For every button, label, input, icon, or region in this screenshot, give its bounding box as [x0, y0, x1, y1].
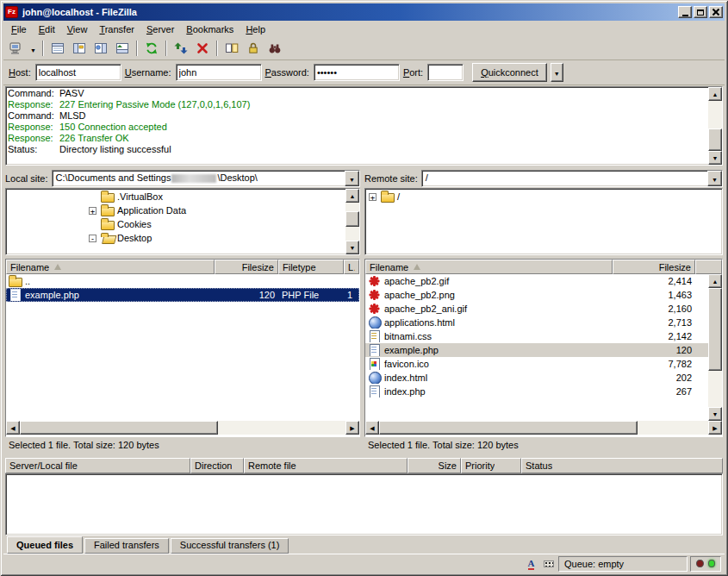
- cancel-button[interactable]: [192, 39, 213, 58]
- tab-failed-transfers[interactable]: Failed transfers: [84, 538, 169, 554]
- remote-list-horizontal-scrollbar[interactable]: [365, 421, 722, 435]
- scroll-right-icon[interactable]: [345, 421, 359, 435]
- expander-icon[interactable]: -: [89, 235, 96, 242]
- scroll-right-icon[interactable]: [708, 421, 722, 435]
- refresh-button[interactable]: [141, 39, 162, 58]
- file-row[interactable]: apache_pb2_ani.gif2,160: [365, 302, 708, 316]
- local-list-horizontal-scrollbar[interactable]: [6, 421, 359, 435]
- scroll-down-icon[interactable]: [708, 407, 722, 421]
- filezilla-icon[interactable]: [5, 6, 18, 18]
- file-row[interactable]: ..: [6, 274, 359, 288]
- column-header-filename[interactable]: Filename: [6, 260, 215, 274]
- scroll-up-icon[interactable]: [708, 274, 722, 288]
- remote-list-body: apache_pb2.gif2,414 apache_pb2.png1,463 …: [365, 274, 708, 421]
- site-manager-button[interactable]: [6, 39, 27, 58]
- quickconnect-button[interactable]: Quickconnect: [472, 63, 547, 82]
- menu-transfer[interactable]: Transfer: [93, 22, 140, 36]
- maximize-button[interactable]: [694, 6, 707, 18]
- tab-successful-transfers[interactable]: Successful transfers (1): [171, 538, 289, 554]
- find-files-button[interactable]: [264, 39, 285, 58]
- remote-site-combo[interactable]: /: [421, 170, 723, 187]
- scrollbar-thumb[interactable]: [379, 421, 638, 435]
- remote-site-dropdown-button[interactable]: [707, 171, 722, 186]
- column-header-last-modified[interactable]: Last modified: [344, 260, 359, 274]
- menu-view[interactable]: View: [61, 22, 94, 36]
- scroll-left-icon[interactable]: [365, 421, 379, 435]
- scrollbar-thumb[interactable]: [708, 128, 722, 151]
- file-row[interactable]: apache_pb2.png1,463: [365, 288, 708, 302]
- tab-queued-files[interactable]: Queued files: [7, 536, 83, 554]
- column-header-status[interactable]: Status: [521, 458, 723, 473]
- ascii-transfer-type-icon[interactable]: [524, 557, 538, 571]
- toggle-message-log-button[interactable]: [47, 39, 68, 58]
- directory-comparison-button[interactable]: [221, 39, 242, 58]
- keypad-indicator-icon[interactable]: [541, 557, 556, 571]
- log-vertical-scrollbar[interactable]: [708, 87, 722, 165]
- minimize-button[interactable]: [678, 6, 692, 18]
- synchronized-browsing-button[interactable]: [243, 39, 264, 58]
- quickconnect-dropdown-button[interactable]: [551, 63, 563, 82]
- password-input[interactable]: [314, 64, 400, 81]
- scroll-down-icon[interactable]: [708, 151, 722, 165]
- local-site-combo[interactable]: C:\Documents and Settings\Desktop\: [52, 170, 360, 187]
- file-row[interactable]: bitnami.css2,142: [365, 329, 708, 343]
- column-header-direction[interactable]: Direction: [190, 458, 244, 473]
- folder-icon: [100, 218, 115, 230]
- file-row[interactable]: apache_pb2.gif2,414: [365, 274, 708, 288]
- file-row[interactable]: index.html202: [365, 371, 708, 385]
- php-file-icon: [8, 289, 22, 301]
- column-header-remote-file[interactable]: Remote file: [244, 458, 408, 473]
- scrollbar-thumb[interactable]: [20, 421, 218, 435]
- toggle-local-tree-button[interactable]: [69, 39, 90, 58]
- menu-bookmarks[interactable]: Bookmarks: [180, 22, 240, 36]
- scrollbar-thumb[interactable]: [345, 211, 359, 227]
- file-row-selected[interactable]: example.php120: [365, 343, 708, 357]
- tree-item[interactable]: Cookies: [6, 217, 345, 231]
- menu-file[interactable]: File: [5, 22, 33, 36]
- file-row[interactable]: favicon.ico7,782: [365, 357, 708, 371]
- chevron-down-icon: [554, 67, 560, 78]
- file-row[interactable]: index.php267: [365, 385, 708, 398]
- expander-icon[interactable]: +: [89, 207, 96, 215]
- local-site-dropdown-button[interactable]: [345, 171, 359, 186]
- scroll-left-icon[interactable]: [6, 421, 20, 435]
- menu-server[interactable]: Server: [140, 22, 180, 36]
- local-tree-scrollbar[interactable]: [345, 189, 359, 254]
- file-row-selected[interactable]: example.php 120 PHP File 1: [6, 288, 359, 302]
- toggle-transfer-queue-button[interactable]: [112, 39, 133, 58]
- close-button[interactable]: [709, 6, 723, 18]
- column-header-priority[interactable]: Priority: [461, 458, 521, 473]
- tree-item[interactable]: .VirtualBox: [6, 190, 345, 203]
- tree-item[interactable]: -Desktop: [6, 231, 345, 245]
- php-file-icon: [367, 344, 382, 356]
- site-manager-dropdown-button[interactable]: [28, 39, 39, 58]
- keypad-icon: [544, 560, 554, 567]
- remote-site-path: /: [422, 171, 707, 186]
- menubar: File Edit View Transfer Server Bookmarks…: [3, 21, 725, 37]
- column-header-filetype[interactable]: Filetype: [278, 260, 344, 274]
- titlebar[interactable]: john@localhost - FileZilla: [3, 3, 725, 21]
- remote-list-vertical-scrollbar[interactable]: [708, 274, 722, 421]
- minimize-icon: [682, 15, 688, 16]
- scroll-up-icon[interactable]: [345, 189, 359, 203]
- column-header-filesize[interactable]: Filesize: [613, 260, 695, 274]
- column-header-filesize[interactable]: Filesize: [215, 260, 278, 274]
- host-input[interactable]: [35, 64, 121, 81]
- toggle-remote-tree-button[interactable]: [90, 39, 111, 58]
- expander-icon[interactable]: +: [369, 193, 376, 201]
- scrollbar-thumb[interactable]: [708, 288, 722, 371]
- column-header-filename[interactable]: Filename: [365, 260, 613, 274]
- menu-edit[interactable]: Edit: [33, 22, 61, 36]
- column-header-server-local-file[interactable]: Server/Local file: [5, 458, 190, 473]
- port-input[interactable]: [427, 64, 464, 81]
- tree-item[interactable]: +Application Data: [6, 203, 345, 217]
- folder-icon: [8, 275, 22, 287]
- file-row[interactable]: applications.html2,713: [365, 316, 708, 329]
- process-queue-button[interactable]: [171, 39, 191, 58]
- username-input[interactable]: [176, 64, 262, 81]
- tree-item[interactable]: +/: [365, 190, 722, 203]
- scroll-down-icon[interactable]: [345, 241, 359, 254]
- menu-help[interactable]: Help: [240, 22, 271, 36]
- column-header-size[interactable]: Size: [408, 458, 461, 473]
- scroll-up-icon[interactable]: [708, 87, 722, 101]
